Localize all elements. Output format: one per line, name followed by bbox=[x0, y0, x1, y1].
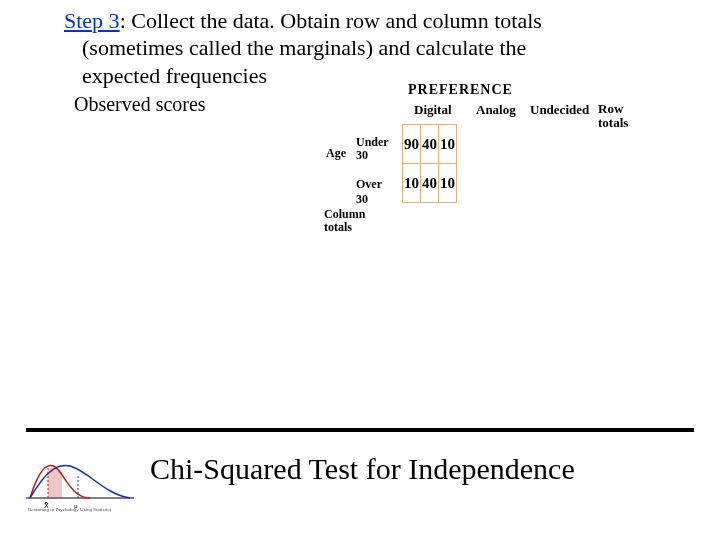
col-header-analog: Analog bbox=[476, 102, 516, 118]
svg-text:Reasoning in Psychology Using : Reasoning in Psychology Using Statistics bbox=[28, 507, 111, 512]
footer-divider bbox=[26, 428, 694, 432]
col-header-row-totals: Row totals bbox=[598, 102, 628, 129]
column-totals-label: Column totals bbox=[324, 208, 365, 233]
observed-table: 90 40 10 10 40 10 bbox=[402, 124, 457, 203]
step-heading: Step 3: Collect the data. Obtain row and… bbox=[64, 8, 696, 34]
table-row: 10 40 10 bbox=[403, 164, 457, 203]
cell-over30-digital: 10 bbox=[403, 164, 421, 203]
step-line2: (sometimes called the marginals) and cal… bbox=[82, 34, 696, 62]
preference-title: PREFERENCE bbox=[408, 82, 513, 98]
row-label-under30: Under 30 bbox=[356, 136, 389, 161]
step-line1: Collect the data. Obtain row and column … bbox=[131, 8, 542, 33]
cell-over30-analog: 40 bbox=[421, 164, 439, 203]
cell-under30-undecided: 10 bbox=[439, 125, 457, 164]
step-label: Step 3 bbox=[64, 8, 120, 33]
chi-square-distribution-icon: X̄ μ Reasoning in Psychology Using Stati… bbox=[20, 448, 140, 512]
cell-over30-undecided: 10 bbox=[439, 164, 457, 203]
slide-title: Chi-Squared Test for Independence bbox=[150, 452, 700, 486]
step-line3: expected frequencies bbox=[82, 62, 696, 90]
table-row: 90 40 10 bbox=[403, 125, 457, 164]
step-sep: : bbox=[120, 8, 132, 33]
axis-label-age: Age bbox=[326, 146, 346, 161]
cell-under30-digital: 90 bbox=[403, 125, 421, 164]
col-header-undecided: Undecided bbox=[530, 102, 589, 118]
cell-under30-analog: 40 bbox=[421, 125, 439, 164]
slide-body: Step 3: Collect the data. Obtain row and… bbox=[0, 0, 720, 116]
row-label-over30: Over 30 bbox=[356, 177, 382, 207]
col-header-digital: Digital bbox=[414, 102, 452, 118]
